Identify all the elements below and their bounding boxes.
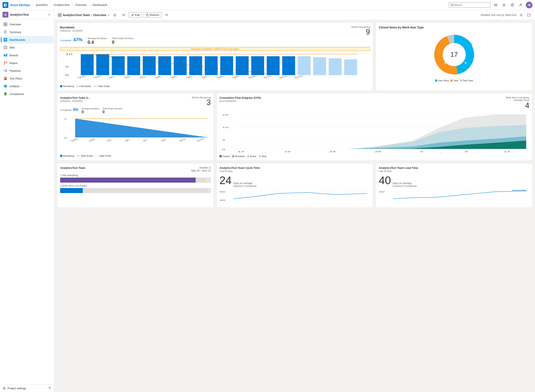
cfd-avg-label: Average Count: [506, 99, 529, 101]
sprint-header: AnalyticsTest Team Iteration 3 May 26 - …: [60, 166, 211, 172]
cfd-subtitle: As of 5/14/2023: [220, 100, 261, 102]
svg-rect-53: [267, 56, 280, 75]
expand-icon[interactable]: [526, 12, 532, 18]
svg-rect-28: [58, 13, 59, 15]
cfd-label: Work items in progress: [506, 96, 529, 99]
more-button[interactable]: •••: [163, 12, 170, 18]
svg-point-22: [6, 61, 7, 62]
sb2-legend-totalscope: Total Scope: [77, 154, 93, 157]
donut-container: 17 1 8 8 User Story Task: [379, 32, 529, 82]
crumb-org[interactable]: jeom0631: [36, 3, 48, 6]
avatar[interactable]: JE: [526, 2, 532, 8]
svg-text:6/10: 6/10: [247, 75, 258, 79]
cfd-title: Cumulative Flow Diagram (CFD): [220, 96, 261, 99]
sb2-chart: 2 0 5/26/... 5/30 6/1 6/5 6/7 6: [60, 116, 211, 149]
svg-point-32: [123, 14, 124, 15]
sidebar-label-pipelines: Pipelines: [10, 69, 21, 72]
sidebar-item-pipelines[interactable]: Pipelines: [1, 67, 53, 75]
burndown-title: Burndown: [60, 26, 83, 29]
completed-value: 47%: [73, 37, 82, 42]
stories-remaining: Stories Remaining 9: [351, 26, 370, 36]
svg-rect-9: [4, 24, 5, 26]
add-button[interactable]: +: [47, 12, 52, 17]
burndown-legend: Remaining Burndown Total Scope: [60, 85, 370, 87]
sep3: /: [72, 3, 73, 6]
cfd-header: Cumulative Flow Diagram (CFD) As of 5/14…: [220, 96, 529, 110]
sb2-avg-label: Average burndown: [82, 107, 99, 110]
sidebar-item-testplans[interactable]: Test Plans: [1, 75, 53, 82]
svg-text:40: 40: [379, 191, 385, 193]
sidebar-item-repos[interactable]: Repos: [1, 59, 53, 67]
pipelines-icon: [3, 69, 8, 73]
org-name: AnalyticsTest: [10, 13, 45, 16]
team-button[interactable]: [120, 13, 127, 18]
overview-icon: [3, 22, 8, 26]
edit-button[interactable]: Edit: [129, 12, 142, 18]
crumb-overview[interactable]: Overview: [75, 3, 87, 6]
search-input[interactable]: [454, 3, 487, 6]
notifications-icon[interactable]: [492, 2, 499, 8]
svg-text:8: 8: [465, 151, 468, 153]
svg-text:5/30: 5/30: [88, 138, 96, 142]
sidebar-label-artifacts: Artifacts: [10, 85, 19, 88]
sidebar-item-overview[interactable]: Overview: [1, 20, 53, 28]
refresh-button[interactable]: Refresh: [144, 12, 162, 18]
svg-rect-43: [112, 56, 125, 75]
svg-rect-12: [4, 32, 6, 32]
sidebar-item-wiki[interactable]: Wiki: [1, 44, 53, 51]
cycle-since-label: (Started to Completed): [233, 185, 257, 187]
sidebar-item-dashboards[interactable]: Dashboards: [1, 36, 53, 43]
svg-rect-51: [236, 56, 249, 75]
user-icon[interactable]: [517, 2, 524, 8]
crumb-project[interactable]: AnalyticsTest: [54, 3, 70, 6]
star-button[interactable]: [111, 13, 118, 18]
legend-remaining: Remaining: [60, 85, 74, 87]
repos-icon: [3, 61, 8, 65]
svg-rect-29: [60, 13, 61, 15]
svg-text:6/5: 6/5: [124, 139, 131, 142]
svg-rect-11: [4, 31, 7, 31]
sidebar-item-artifacts[interactable]: Artifacts: [1, 82, 53, 90]
dash-settings-icon[interactable]: [518, 12, 524, 18]
lead-value: 40: [379, 174, 391, 187]
sidebar-item-boards[interactable]: Boards: [1, 51, 53, 59]
svg-rect-55: [298, 56, 311, 75]
sb2-scope-value: 0: [103, 110, 122, 114]
summary-icon: [3, 30, 8, 34]
search-box[interactable]: [449, 2, 491, 8]
sidebar-label-repos: Repos: [10, 61, 18, 65]
brand-name[interactable]: Azure DevOps: [10, 3, 30, 7]
sidebar-item-summary[interactable]: Summary: [1, 28, 53, 36]
legend-testcase: Test Case: [460, 79, 473, 82]
sidebar-header: A AnalyticsTest +: [0, 10, 54, 19]
svg-rect-7: [4, 23, 5, 24]
svg-rect-2: [494, 4, 497, 6]
svg-text:6/8: 6/8: [215, 76, 225, 79]
burndown-widget: Burndown 5/30/2023 - 6/13/2023 Stories R…: [57, 23, 373, 91]
sprint-bar1-label: 15: [206, 179, 209, 182]
lock-icon[interactable]: [501, 2, 507, 8]
svg-text:6/4: 6/4: [153, 76, 163, 79]
artifacts-icon: [3, 84, 8, 88]
sprint-burndown2-widget: AnalyticsTest Team S... 5/26/2023 - 6/16…: [57, 93, 214, 161]
sidebar-item-compliance[interactable]: Compliance: [1, 90, 53, 98]
cfd-legend-closed: Closed: [220, 155, 229, 158]
svg-point-24: [4, 70, 5, 71]
refresh-icon: [146, 14, 149, 17]
svg-text:6/3: 6/3: [138, 76, 147, 79]
svg-text:14: 14: [238, 151, 244, 153]
svg-text:15: 15: [222, 114, 229, 116]
help-icon[interactable]: [509, 2, 516, 8]
sprint-bar2-label: 1: [208, 189, 210, 192]
svg-rect-20: [6, 54, 7, 56]
azure-devops-logo: [3, 2, 8, 8]
dashboard-title-group: AnalyticsTest Team – Overview: [58, 13, 110, 17]
svg-rect-13: [4, 33, 6, 33]
project-settings[interactable]: Project settings: [0, 384, 54, 392]
crumb-dashboards[interactable]: Dashboards: [92, 3, 107, 6]
collapse-icon[interactable]: [48, 386, 52, 390]
sb2-stories-value: 3: [192, 99, 211, 106]
svg-text:Jun: Jun: [439, 153, 449, 153]
svg-rect-10: [6, 24, 7, 26]
cycle-days-label: Days on average: [233, 182, 257, 185]
